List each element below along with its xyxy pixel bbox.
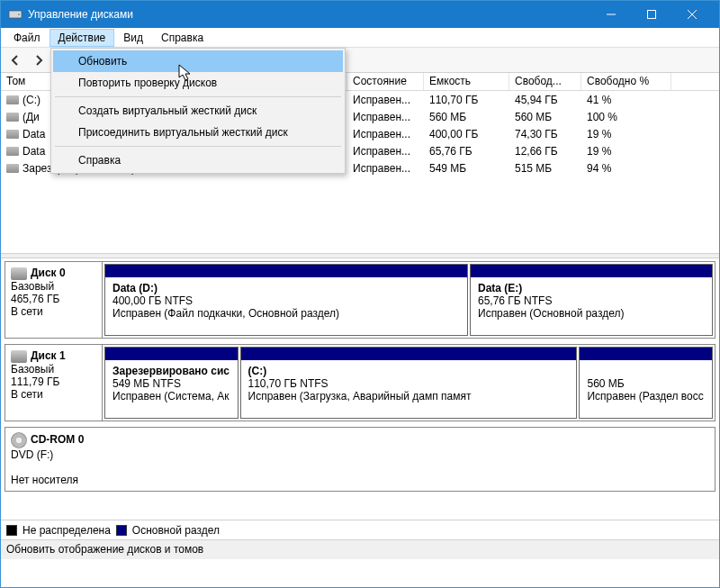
- volume-icon: [6, 147, 19, 156]
- legend-unalloc-label: Не распределена: [22, 524, 111, 537]
- disk-row[interactable]: Диск 0Базовый465,76 ГБВ сетиData (D:)400…: [4, 261, 716, 339]
- back-button[interactable]: [4, 50, 26, 71]
- disk-map: Диск 0Базовый465,76 ГБВ сетиData (D:)400…: [1, 258, 719, 520]
- dropdown-rescan[interactable]: Повторить проверку дисков: [53, 72, 343, 94]
- legend-primary-swatch: [116, 525, 127, 536]
- maximize-button[interactable]: [631, 1, 671, 28]
- partition-bar: [471, 265, 712, 277]
- titlebar: Управление дисками: [1, 1, 719, 28]
- dropdown-separator: [55, 146, 341, 147]
- col-freepct[interactable]: Свободно %: [581, 73, 671, 90]
- partition-bar: [105, 348, 238, 360]
- cdrom-row[interactable]: CD-ROM 0 DVD (F:) Нет носителя: [4, 427, 716, 492]
- dropdown-refresh[interactable]: Обновить: [53, 50, 343, 72]
- dropdown-attach-vhd[interactable]: Присоединить виртуальный жесткий диск: [53, 122, 343, 143]
- legend-primary-label: Основной раздел: [132, 524, 220, 537]
- col-capacity[interactable]: Емкость: [424, 73, 509, 90]
- partition-bar: [580, 348, 712, 360]
- minimize-button[interactable]: [590, 1, 631, 28]
- disk-icon: [11, 267, 27, 280]
- cdrom-status: Нет носителя: [11, 474, 78, 486]
- action-dropdown: Обновить Повторить проверку дисков Созда…: [50, 48, 346, 174]
- disk-row[interactable]: Диск 1Базовый111,79 ГБВ сетиЗарезервиров…: [4, 344, 716, 421]
- disk-icon: [11, 350, 27, 363]
- legend: Не распределена Основной раздел: [1, 520, 719, 539]
- dropdown-separator: [55, 96, 341, 97]
- menu-file[interactable]: Файл: [4, 29, 50, 47]
- dropdown-create-vhd[interactable]: Создать виртуальный жесткий диск: [53, 100, 343, 122]
- menu-help[interactable]: Справка: [152, 29, 212, 47]
- volume-icon: [6, 95, 19, 104]
- volume-icon: [6, 113, 19, 122]
- close-button[interactable]: [671, 1, 712, 28]
- svg-point-1: [18, 14, 20, 15]
- forward-button[interactable]: [28, 50, 50, 71]
- window-title: Управление дисками: [28, 8, 590, 21]
- menu-action[interactable]: Действие: [50, 29, 115, 47]
- partition[interactable]: 560 МБИсправен (Раздел восс: [579, 347, 713, 419]
- cdrom-name: CD-ROM 0: [31, 433, 84, 446]
- partition[interactable]: (C:)110,70 ГБ NTFSИсправен (Загрузка, Ав…: [240, 347, 578, 419]
- volume-icon: [6, 164, 19, 173]
- legend-unalloc-swatch: [6, 525, 17, 536]
- partition[interactable]: Data (D:)400,00 ГБ NTFSИсправен (Файл по…: [104, 264, 468, 336]
- cdrom-icon: [11, 432, 27, 448]
- partition[interactable]: Зарезервировано сис549 МБ NTFSИсправен (…: [104, 347, 238, 419]
- app-icon: [8, 6, 22, 23]
- partition[interactable]: Data (E:)65,76 ГБ NTFSИсправен (Основной…: [470, 264, 713, 336]
- col-state[interactable]: Состояние: [347, 73, 424, 90]
- dropdown-help[interactable]: Справка: [53, 149, 343, 171]
- status-bar: Обновить отображение дисков и томов: [1, 539, 719, 559]
- partition-bar: [241, 348, 577, 360]
- col-free[interactable]: Свобод...: [509, 73, 581, 90]
- cdrom-type: DVD (F:): [11, 448, 53, 461]
- svg-rect-3: [647, 11, 655, 19]
- menubar: Файл Действие Вид Справка: [1, 28, 719, 48]
- volume-icon: [6, 130, 19, 139]
- menu-view[interactable]: Вид: [114, 29, 152, 47]
- partition-bar: [105, 265, 467, 277]
